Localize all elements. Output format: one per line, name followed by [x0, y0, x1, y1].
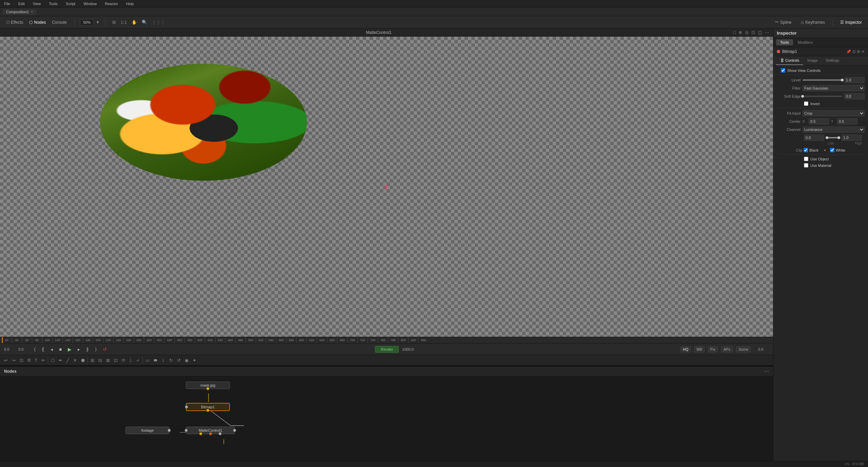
soft-edge-slider[interactable] [803, 96, 842, 97]
quality-pix[interactable]: Pix [708, 346, 718, 352]
prev-frame-btn[interactable]: ⟨ [33, 346, 37, 353]
bucket-icon[interactable]: ⬟ [80, 357, 86, 364]
subtab-controls[interactable]: 🎛 Controls [776, 56, 803, 65]
playhead[interactable] [2, 337, 3, 343]
quality-mb[interactable]: MB [694, 346, 705, 352]
nodes-button[interactable]: ⬡ Nodes [27, 19, 48, 26]
range-slider[interactable] [827, 137, 839, 138]
stop-btn[interactable]: ■ [58, 346, 63, 353]
viewer-icon-6[interactable]: ⋯ [765, 30, 769, 35]
loop-btn[interactable]: ↺ [101, 346, 108, 353]
menu-tools[interactable]: Tools [47, 1, 59, 6]
inspector-button[interactable]: ☰ Inspector [838, 19, 864, 26]
menu-view[interactable]: View [32, 1, 42, 6]
flip-icon[interactable]: ⤶ [135, 357, 141, 364]
viewer-icon-2[interactable]: ⊕ [738, 30, 742, 35]
skip-back-btn[interactable]: ⟪ [40, 346, 46, 353]
back-btn[interactable]: ◂ [49, 346, 54, 353]
soft-edge-value[interactable] [844, 93, 865, 99]
quality-some[interactable]: Some [736, 346, 751, 352]
menu-window[interactable]: Window [82, 1, 98, 6]
skip-forward-btn[interactable]: ⟫ [85, 346, 90, 353]
play-btn[interactable]: ▶ [66, 346, 73, 353]
node-mattecontrol1[interactable]: MatteControl1 [186, 427, 235, 434]
tab-modifiers[interactable]: Modifiers [794, 39, 817, 45]
next-frame-btn[interactable]: ⟩ [94, 346, 98, 353]
subtab-image[interactable]: Image [803, 56, 822, 65]
tab-close-button[interactable]: × [31, 10, 33, 14]
range-thumb-high[interactable] [837, 136, 840, 139]
subtab-settings[interactable]: Settings [822, 56, 844, 65]
tab-tools[interactable]: Tools [776, 39, 793, 45]
text-icon[interactable]: T [33, 357, 39, 364]
nodes-canvas[interactable]: mask.jpg Bitmap1 footage [0, 376, 773, 460]
keyframes-button[interactable]: ◇ Keyframes [799, 19, 827, 26]
time-start[interactable]: 0.0 [4, 347, 15, 351]
transform-icon[interactable]: ⧉ [26, 356, 32, 364]
hand-icon[interactable]: ✋ [130, 19, 138, 26]
zoom-tool-icon[interactable]: 🔍 [140, 19, 149, 26]
spline-button[interactable]: 〜 Spline [773, 18, 793, 26]
invert-checkbox[interactable] [804, 101, 808, 106]
menu-reactor[interactable]: Reactor [103, 1, 119, 6]
menu-script[interactable]: Script [64, 1, 77, 6]
menu-file[interactable]: File [3, 1, 12, 6]
level-thumb[interactable] [841, 79, 844, 81]
mask-icon[interactable]: ⊞ [89, 357, 96, 364]
crop-icon[interactable]: ⊡ [18, 357, 25, 364]
quality-hq[interactable]: HQ [680, 346, 691, 352]
undo-icon[interactable]: ↩ [3, 357, 9, 364]
pen-icon[interactable]: ✒ [57, 357, 64, 364]
node-footage[interactable]: footage [125, 427, 170, 434]
node-pin-icon[interactable]: 📌 [846, 50, 851, 54]
menu-edit[interactable]: Edit [17, 1, 26, 6]
delete-points-icon[interactable]: ✕ [72, 357, 78, 364]
effects-icon-2[interactable]: ✦ [191, 357, 198, 364]
rotate-icon[interactable]: ↻ [168, 357, 174, 364]
center-x-input[interactable] [809, 118, 829, 124]
polygon-icon[interactable]: ⬡ [50, 357, 56, 364]
channel-select[interactable]: Luminance Red Green Blue Alpha [803, 127, 865, 133]
track-icon[interactable]: ⊟ [97, 357, 103, 364]
use-material-checkbox[interactable] [804, 163, 808, 168]
warp-icon[interactable]: ⤹ [160, 357, 166, 364]
timeline-bar[interactable]: 20 40 60 80 100 120 140 160 180 200 220 … [0, 337, 773, 344]
node-mask-jpg[interactable]: mask.jpg [186, 382, 230, 389]
fit-input-select[interactable]: Crop Fit Stretch [803, 110, 865, 116]
use-object-checkbox[interactable] [804, 157, 808, 161]
redo-icon[interactable]: ↪ [11, 357, 17, 364]
range-high-input[interactable] [842, 135, 862, 141]
effects-button[interactable]: ⬡ Effects [4, 19, 25, 26]
center-y-input[interactable] [837, 118, 857, 124]
filter-select[interactable]: Fast Gaussian Gaussian Box [803, 85, 865, 91]
1to1-icon[interactable]: 1:1 [119, 19, 128, 26]
console-button[interactable]: Console [50, 19, 69, 26]
composition-tab[interactable]: Composition1 × [3, 9, 36, 15]
link-icon[interactable]: ⟳ [120, 357, 127, 364]
time-end[interactable]: 1000.0 [402, 347, 414, 351]
level-value[interactable] [844, 77, 865, 83]
viewer-icon-4[interactable]: ⊡ [751, 30, 755, 35]
paint-icon[interactable]: ✏ [40, 357, 46, 364]
node-settings-icon[interactable]: ⚙ [857, 50, 860, 54]
node-icon-2[interactable]: ◉ [183, 357, 190, 364]
forward-btn[interactable]: ▸ [76, 346, 81, 353]
node-bitmap1[interactable]: Bitmap1 [186, 403, 230, 411]
time-current[interactable]: 0.0 [18, 347, 29, 351]
viewer-canvas[interactable] [0, 37, 773, 337]
show-view-controls-checkbox[interactable] [781, 68, 785, 73]
clip-white-checkbox[interactable] [830, 148, 834, 152]
viewer-icon-3[interactable]: ◎ [745, 30, 749, 35]
range-low-input[interactable] [804, 135, 824, 141]
clip-black-checkbox[interactable] [804, 148, 808, 152]
clone-icon[interactable]: ⤵ [128, 357, 133, 364]
select-icon[interactable]: ↺ [176, 357, 182, 364]
brush-icon[interactable]: ⬬ [152, 356, 159, 364]
node-copy-icon[interactable]: ⊡ [852, 50, 855, 54]
flatten-icon[interactable]: ⊡ [113, 357, 119, 364]
viewer-icon-1[interactable]: □ [733, 30, 736, 35]
fit-icon[interactable]: ⊞ [111, 19, 117, 26]
dots-icon[interactable]: ⋮⋮⋮ [151, 19, 166, 26]
render-button[interactable]: Render [375, 346, 399, 353]
soft-edge-thumb[interactable] [801, 95, 804, 98]
